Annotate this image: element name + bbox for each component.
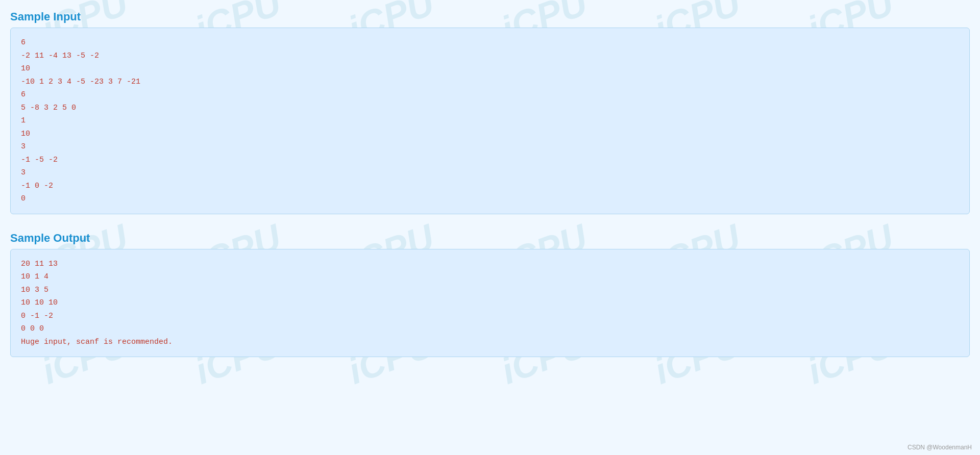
sample-output-title: Sample Output — [10, 232, 970, 245]
footer-credit: CSDN @WoodenmanH — [908, 444, 972, 451]
page-content: Sample Input 6 -2 11 -4 13 -5 -2 10 -10 … — [0, 0, 980, 367]
sample-input-box: 6 -2 11 -4 13 -5 -2 10 -10 1 2 3 4 -5 -2… — [10, 28, 970, 214]
sample-output-box: 20 11 13 10 1 4 10 3 5 10 10 10 0 -1 -2 … — [10, 249, 970, 358]
section-gap — [10, 214, 970, 226]
sample-input-title: Sample Input — [10, 10, 970, 23]
